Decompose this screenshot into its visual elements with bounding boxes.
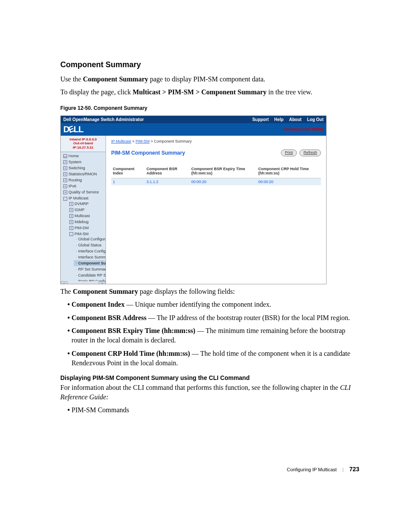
print-button[interactable]: Print: [281, 149, 297, 156]
crumb-current: Component Summary: [154, 139, 192, 143]
link-help[interactable]: Help: [274, 117, 284, 122]
list-item: PIM-SM Commands: [72, 405, 359, 415]
plus-icon: +: [63, 166, 67, 170]
intro-line-2: To display the page, click Multicast > P…: [60, 87, 359, 97]
list-item: Component CRP Hold Time (hh:mm:ss) — The…: [72, 349, 359, 368]
tree-system[interactable]: +System: [62, 159, 106, 165]
list-item: Component Index — Unique number identify…: [72, 300, 359, 309]
col-index: Component Index: [111, 166, 145, 178]
subsection-title: Displaying PIM-SM Component Summary usin…: [60, 374, 359, 381]
link-support[interactable]: Support: [252, 117, 268, 122]
link-logout[interactable]: Log Out: [307, 117, 324, 122]
col-bsr-addr: Component BSR Address: [145, 166, 190, 178]
tree-dvmrp[interactable]: +DVMRP: [68, 201, 106, 207]
footer-separator: |: [342, 467, 344, 472]
page-footer: Configuring IP Multicast | 723: [287, 466, 359, 473]
plus-icon: +: [63, 184, 67, 188]
app-window: Dell OpenManage Switch Administrator Sup…: [60, 115, 327, 284]
minus-icon: -: [69, 232, 73, 236]
section-title: Component Summary: [60, 60, 359, 69]
tree-global-config[interactable]: Global Configuration: [74, 236, 106, 242]
plus-icon: +: [69, 220, 73, 224]
field-list: Component Index — Unique number identify…: [72, 300, 359, 368]
intro-line-1: Use the Component Summary page to displa…: [60, 75, 359, 84]
list-item: Component BSR Expiry Time (hh:mm:ss) — T…: [72, 326, 359, 345]
sidebar-scrollbar[interactable]: < >: [61, 281, 106, 284]
scroll-track[interactable]: [68, 282, 99, 284]
folder-icon: ▭: [63, 154, 67, 158]
tree-if-summary[interactable]: Interface Summary: [74, 254, 106, 260]
page-number: 723: [349, 466, 359, 473]
crumb-pimsm[interactable]: PIM-SM: [136, 139, 150, 143]
dell-logo: DELL: [63, 124, 83, 134]
plus-icon: +: [69, 202, 73, 206]
tree-home[interactable]: ▭Home: [62, 153, 106, 159]
cell-bsr-expiry: 00:00:20: [190, 178, 256, 185]
cell-crp-hold: 00:00:20: [256, 178, 321, 185]
table-row: 1 3.1.1.2 00:00:20 00:00:20: [111, 178, 321, 185]
tree-multicast[interactable]: +Multicast: [68, 213, 106, 219]
plus-icon: +: [69, 208, 73, 212]
ip-box: Inband IP:0.0.0.0 Out-of-band IP:10.27.5…: [61, 136, 106, 152]
tree-routing[interactable]: +Routing: [62, 177, 106, 183]
plus-icon: +: [69, 226, 73, 230]
product-name: PowerConnect M8024: [283, 127, 324, 131]
plus-icon: +: [63, 172, 67, 176]
plus-icon: +: [63, 178, 67, 182]
link-about[interactable]: About: [289, 117, 302, 122]
app-title-links: Support Help About Log Out: [248, 117, 324, 122]
inband-ip: Inband IP:0.0.0.0: [62, 137, 104, 142]
footer-chapter: Configuring IP Multicast: [287, 467, 337, 472]
tree-qos[interactable]: +Quality of Service: [62, 189, 106, 195]
cell-index: 1: [111, 178, 145, 185]
tree-igmp[interactable]: +IGMP: [68, 207, 106, 213]
tree-pimdm[interactable]: +PIM-DM: [68, 225, 106, 231]
plus-icon: +: [63, 190, 67, 194]
content-area: IP Multicast > PIM-SM > Component Summar…: [106, 136, 326, 284]
tree-if-config[interactable]: Interface Configuration: [74, 248, 106, 254]
oob-ip: Out-of-band IP:10.27.5.31: [62, 141, 104, 149]
scroll-left-icon[interactable]: <: [61, 281, 68, 284]
tree-switching[interactable]: +Switching: [62, 165, 106, 171]
figure-caption: Figure 12-50. Component Summary: [60, 105, 359, 111]
tree-ipmulticast[interactable]: -IP Multicast +DVMRP +IGMP +Multicast +M…: [62, 195, 106, 284]
nav-tree: ▭Home +System +Switching +Statistics/RMO…: [62, 153, 106, 284]
tree-mdebug[interactable]: +Mdebug: [68, 219, 106, 225]
refresh-button[interactable]: Refresh: [299, 149, 321, 156]
scroll-right-icon[interactable]: >: [99, 281, 106, 284]
tree-component-summary[interactable]: Component Summa: [74, 260, 106, 266]
cell-bsr-addr: 3.1.1.2: [145, 178, 190, 185]
crumb-ipmulticast[interactable]: IP Multicast: [111, 139, 131, 143]
brand-bar: DELL PowerConnect M8024: [61, 123, 326, 136]
col-crp-hold: Component CRP Hold Time (hh:mm:ss): [256, 166, 321, 178]
post-figure-text: The Component Summary page displays the …: [60, 287, 359, 296]
sidebar: Inband IP:0.0.0.0 Out-of-band IP:10.27.5…: [61, 136, 106, 284]
tree-rpset[interactable]: RP Set Summary: [74, 266, 106, 272]
minus-icon: -: [63, 197, 67, 201]
tree-pimsm[interactable]: -PIM-SM Global Configuration Global Stat…: [68, 231, 106, 284]
cli-text: For information about the CLI command th…: [60, 383, 359, 402]
tree-global-status[interactable]: Global Status: [74, 242, 106, 248]
app-titlebar: Dell OpenManage Switch Administrator Sup…: [61, 116, 326, 123]
component-table: Component Index Component BSR Address Co…: [111, 166, 321, 185]
plus-icon: +: [69, 214, 73, 218]
cli-list: PIM-SM Commands: [72, 405, 359, 415]
list-item: Component BSR Address — The IP address o…: [72, 313, 359, 323]
tree-statistics[interactable]: +Statistics/RMON: [62, 171, 106, 177]
tree-candidate-rp[interactable]: Candidate RP Summ: [74, 272, 106, 278]
plus-icon: +: [63, 160, 67, 164]
tree-ipv6[interactable]: +IPv6: [62, 183, 106, 189]
breadcrumb: IP Multicast > PIM-SM > Component Summar…: [111, 139, 321, 143]
page-title: PIM-SM Component Summary: [111, 150, 185, 156]
table-header-row: Component Index Component BSR Address Co…: [111, 166, 321, 178]
col-bsr-expiry: Component BSR Expiry Time (hh:mm:ss): [190, 166, 256, 178]
app-title: Dell OpenManage Switch Administrator: [63, 117, 144, 122]
